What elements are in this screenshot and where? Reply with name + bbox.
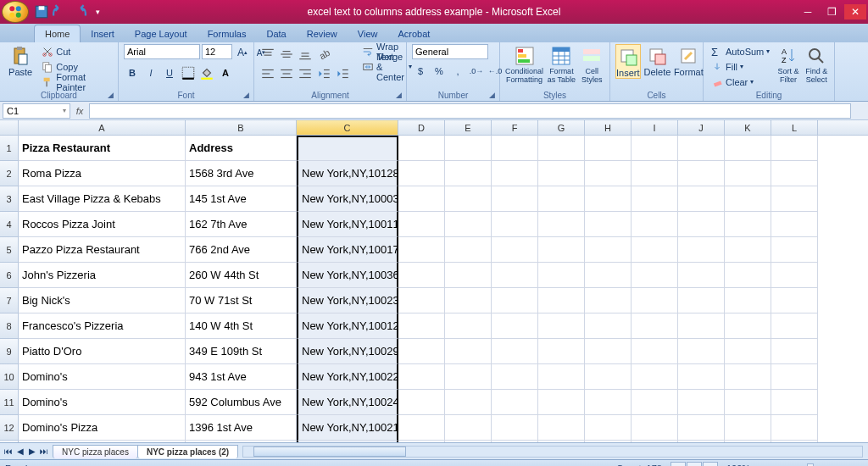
cell-K9[interactable] [725,339,771,364]
cell-D7[interactable] [398,288,445,313]
increase-indent-icon[interactable] [334,65,351,82]
align-top-icon[interactable] [259,46,276,63]
cell-C6[interactable]: New York,NY,10036 [297,263,398,288]
row-header[interactable]: 1 [0,136,19,161]
cell-J13[interactable] [678,441,725,442]
percent-icon[interactable]: % [431,63,448,80]
cell-L1[interactable] [771,136,818,161]
sheet-nav-prev-icon[interactable]: ◀ [15,447,25,456]
cell-A4[interactable]: Roccos Pizza Joint [19,212,186,237]
cell-G7[interactable] [538,288,585,313]
cell-K6[interactable] [725,263,771,288]
cell-F7[interactable] [492,288,538,313]
number-format-input[interactable] [412,44,488,59]
cell-D1[interactable] [398,136,445,161]
cell-H6[interactable] [585,263,632,288]
col-header-H[interactable]: H [585,120,632,135]
border-button[interactable] [180,64,197,81]
cell-K4[interactable] [725,212,771,237]
cell-G11[interactable] [538,390,585,415]
cell-H13[interactable] [585,441,632,442]
cell-F11[interactable] [492,390,538,415]
align-middle-icon[interactable] [278,46,295,63]
minimize-button[interactable]: ─ [797,4,819,19]
cell-A3[interactable]: East Village Pizza & Kebabs [19,186,186,212]
save-icon[interactable] [34,4,49,19]
cell-A9[interactable]: Piatto D'Oro [19,339,186,364]
sheet-nav-last-icon[interactable]: ⏭ [39,447,49,456]
cell-styles-button[interactable]: Cell Styles [580,44,604,84]
view-break-icon[interactable] [703,462,718,467]
row-header[interactable]: 8 [0,313,19,339]
col-header-E[interactable]: E [445,120,492,135]
cell-K1[interactable] [725,136,771,161]
align-left-icon[interactable] [259,65,276,82]
row-header[interactable]: 11 [0,390,19,415]
cell-F2[interactable] [492,161,538,186]
col-header-J[interactable]: J [678,120,725,135]
cell-K11[interactable] [725,390,771,415]
cell-K10[interactable] [725,364,771,390]
cell-H1[interactable] [585,136,632,161]
cell-K3[interactable] [725,186,771,212]
cell-J10[interactable] [678,364,725,390]
row-header[interactable]: 6 [0,263,19,288]
cell-D10[interactable] [398,364,445,390]
cell-F12[interactable] [492,415,538,441]
insert-cell-button[interactable]: Insert [615,44,641,79]
align-bottom-icon[interactable] [297,46,314,63]
cell-A12[interactable]: Domino's Pizza [19,415,186,441]
cell-E2[interactable] [445,161,492,186]
cell-G6[interactable] [538,263,585,288]
cell-E5[interactable] [445,237,492,263]
cell-D9[interactable] [398,339,445,364]
cell-F5[interactable] [492,237,538,263]
cell-C1[interactable] [297,136,398,161]
cell-F10[interactable] [492,364,538,390]
cell-A1[interactable]: Pizza Restaurant [19,136,186,161]
fill-color-button[interactable] [198,64,215,81]
row-header[interactable]: 7 [0,288,19,313]
cell-L11[interactable] [771,390,818,415]
currency-icon[interactable]: $ [412,63,429,80]
cell-A6[interactable]: John's Pizzeria [19,263,186,288]
cell-J6[interactable] [678,263,725,288]
cell-K12[interactable] [725,415,771,441]
close-button[interactable]: ✕ [844,4,866,19]
cell-L7[interactable] [771,288,818,313]
cell-I10[interactable] [632,364,678,390]
cell-B7[interactable]: 70 W 71st St [186,288,297,313]
cell-B2[interactable]: 1568 3rd Ave [186,161,297,186]
cell-D4[interactable] [398,212,445,237]
comma-icon[interactable]: , [449,63,466,80]
cell-D13[interactable] [398,441,445,442]
conditional-formatting-button[interactable]: Conditional Formatting [505,44,543,84]
font-launcher-icon[interactable]: ◢ [243,91,252,99]
select-all-corner[interactable] [0,120,19,136]
cell-I8[interactable] [632,313,678,339]
cell-D11[interactable] [398,390,445,415]
cell-J8[interactable] [678,313,725,339]
name-box[interactable]: C1▾ [3,103,70,119]
view-normal-icon[interactable] [670,462,686,467]
cell-K2[interactable] [725,161,771,186]
cell-D8[interactable] [398,313,445,339]
font-size-input[interactable] [202,44,232,59]
row-header[interactable]: 9 [0,339,19,364]
cell-F1[interactable] [492,136,538,161]
cell-B12[interactable]: 1396 1st Ave [186,415,297,441]
cell-I13[interactable] [632,441,678,442]
cell-E3[interactable] [445,186,492,212]
undo-icon[interactable] [53,4,68,19]
cell-C10[interactable]: New York,NY,10022 [297,364,398,390]
italic-button[interactable]: I [142,64,159,81]
tab-insert[interactable]: Insert [81,25,125,42]
cell-I2[interactable] [632,161,678,186]
cell-E1[interactable] [445,136,492,161]
font-name-input[interactable] [124,44,200,59]
redo-icon[interactable] [71,4,86,19]
cell-D3[interactable] [398,186,445,212]
delete-cell-button[interactable]: Delete [644,44,671,77]
cell-G8[interactable] [538,313,585,339]
col-header-A[interactable]: A [19,120,186,135]
